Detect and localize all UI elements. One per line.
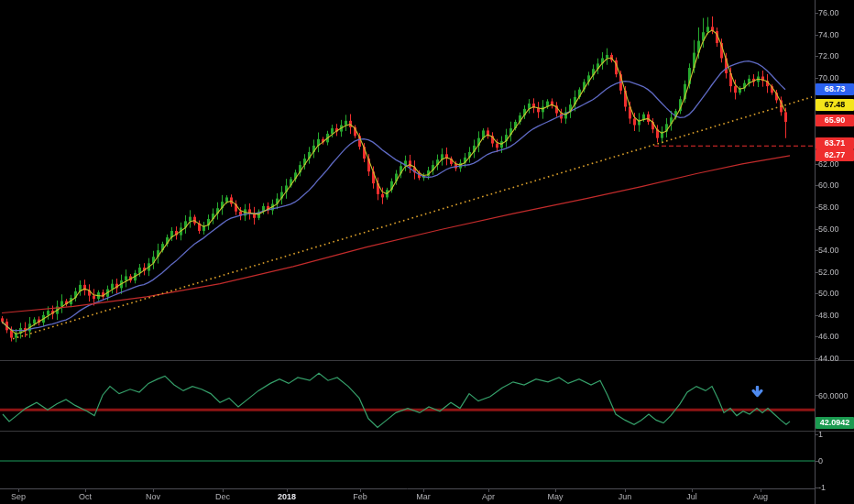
time-axis-label: Sep: [3, 492, 34, 501]
price-badge-trendline: 67.48: [816, 99, 854, 111]
price-badge-ma-slow: 62.77: [816, 149, 854, 161]
oscillator-tick-label: 60.0000: [818, 391, 849, 400]
oscillator-value-badge: 42.0942: [816, 417, 854, 429]
price-tick-label: 74.00: [818, 30, 839, 39]
signal-tick-zero: 0: [818, 456, 823, 466]
price-tick-label: 76.00: [818, 8, 839, 17]
time-axis-label: Dec: [207, 492, 238, 501]
trading-chart: 76.0074.0072.0070.0062.0060.0058.0056.00…: [0, 0, 854, 504]
price-badge-level-line: 63.71: [816, 137, 854, 149]
time-axis-label: Apr: [473, 492, 504, 501]
price-tick-label: 50.00: [818, 289, 839, 298]
price-tick-label: 56.00: [818, 225, 839, 234]
time-axis-label: Feb: [345, 492, 376, 501]
price-badge-ma-mid: 68.73: [816, 83, 854, 95]
price-tick-label: 58.00: [818, 203, 839, 212]
time-axis-label: Nov: [137, 492, 169, 501]
signal-tick-minus-one: -1: [818, 483, 826, 492]
price-tick-label: 72.00: [818, 51, 839, 60]
sell-signal-arrow-icon: [750, 386, 764, 400]
time-axis-label: Mar: [408, 492, 439, 501]
price-tick-label: 60.00: [818, 181, 839, 190]
time-axis-label: Aug: [745, 492, 776, 501]
price-tick-label: 70.00: [818, 73, 839, 82]
signal-tick-plus-one: 1: [818, 430, 823, 439]
time-axis-label: Jul: [676, 492, 707, 501]
price-tick-label: 48.00: [818, 311, 839, 320]
price-tick-label: 44.00: [818, 354, 839, 363]
price-tick-label: 54.00: [818, 246, 839, 255]
time-axis-label: 2018: [271, 492, 302, 501]
price-badge-last-price: 65.90: [816, 115, 854, 126]
price-chart-canvas[interactable]: [0, 0, 854, 504]
time-axis-label: May: [540, 492, 571, 501]
price-tick-label: 52.00: [818, 268, 839, 277]
time-axis-label: Oct: [70, 492, 101, 501]
time-axis-label: Jun: [609, 492, 640, 501]
price-tick-label: 46.00: [818, 332, 839, 341]
